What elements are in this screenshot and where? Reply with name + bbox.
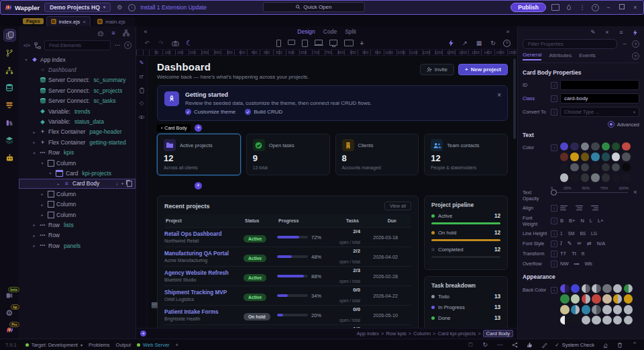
color-swatch[interactable] [612,163,620,171]
add-panel-button[interactable]: + [176,342,178,348]
text-opacity-slider[interactable]: 025%50%75%100% [551,185,629,194]
color-swatch[interactable] [602,163,610,171]
trash-icon[interactable] [616,341,624,349]
line-height-option[interactable]: BS [580,231,586,236]
font-weight-option[interactable]: B [560,218,564,224]
view-mode-tab[interactable]: Split [345,28,356,35]
tree-item[interactable]: ▸ Flex Container page-header ↓ + [19,127,136,137]
kpi-card[interactable]: Team contacts 12 People & stakeholders [424,134,508,175]
insert-before-button[interactable]: + [195,124,202,132]
back-color-swatch[interactable] [602,305,612,314]
filter-properties-input[interactable] [523,39,617,49]
properties-tab[interactable]: Attributes [549,52,572,60]
text-transform-option[interactable]: tt [582,251,584,257]
project-name-link[interactable]: Retail Ops Dashboard [164,231,244,238]
tabs-help-icon[interactable]: ? [632,52,639,60]
back-color-swatch[interactable] [602,294,612,304]
database-icon[interactable] [4,82,15,93]
tree-item[interactable]: ▾ Card kpi-projects ↓ + [19,168,136,178]
grid-toggle-button[interactable]: ▦ [151,300,158,309]
back-color-swatch[interactable] [582,294,591,304]
color-swatch[interactable] [581,152,589,161]
class-input[interactable] [560,93,639,103]
back-color-swatch[interactable] [624,284,633,294]
dark-mode-icon[interactable]: ☾ [185,39,193,47]
pages-badge[interactable]: Pages [23,18,44,24]
tree-item[interactable]: Server Connect: sc_summary ↓ + [19,75,136,85]
banner-check-item[interactable]: ✓ Customize theme [185,109,235,115]
maximize-button[interactable] [618,4,626,11]
back-color-swatch[interactable] [613,305,623,314]
back-color-swatch[interactable] [613,294,623,304]
breadcrumb-item[interactable]: App index [357,331,379,337]
kebab-menu-icon[interactable]: ⋮ [578,3,586,11]
color-swatch[interactable] [581,142,589,150]
color-swatch[interactable] [591,142,599,150]
stack-panel-icon[interactable]: ≡ [617,29,625,37]
back-color-swatch[interactable] [602,284,612,294]
project-name-link[interactable]: Manufacturing QA Portal [164,251,244,257]
visibility-icon[interactable] [138,113,146,121]
table-row[interactable]: Invoice Automation Evergreen Finance Act… [164,324,411,328]
align-left-button[interactable] [560,206,568,210]
back-color-swatch[interactable] [571,305,580,314]
view-mode-tab[interactable]: Design [297,28,315,35]
typography-icon[interactable]: tT [138,73,146,81]
beta-tools-icon[interactable]: beta [4,290,15,301]
color-swatch[interactable] [622,173,630,181]
tree-item[interactable]: ▸ Flex Container getting-started ↓ + [19,137,136,147]
panel-bolt-icon[interactable] [631,29,639,37]
breadcrumb-item[interactable]: Column [413,331,431,337]
expand-arrow-icon[interactable]: ▸ [32,243,37,248]
color-swatch[interactable] [560,152,568,161]
styles-icon[interactable] [4,117,15,128]
expand-arrow-icon[interactable]: ▸ [32,222,37,227]
tree-item[interactable]: ▸ Row lists ↓ + [19,220,136,230]
server-connect-icon[interactable] [4,99,15,111]
overflow-option[interactable]: Wb [584,261,592,267]
file-tab[interactable]: B index.ejs × [46,16,91,26]
undo-icon[interactable]: ↶ [143,39,151,47]
expand-arrow-icon[interactable]: ▸ [40,202,45,207]
selected-element-chip[interactable]: ‹Card Body [157,124,191,132]
help-icon[interactable]: ? [592,4,599,11]
color-swatch[interactable] [560,173,568,181]
feedback-thumb-icon[interactable] [525,341,533,349]
line-height-option[interactable]: LG [591,231,597,236]
breadcrumb-item[interactable]: Row kpis [386,331,406,337]
tree-item[interactable]: Dashboard ↓ + [19,64,136,75]
file-tab[interactable]: B main.ejs × [93,17,135,26]
tree-item[interactable]: ▸ Column ↓ + [19,210,136,220]
project-name-link[interactable]: Agency Website Refresh [164,270,244,277]
back-color-swatch[interactable] [592,316,601,325]
quick-actions-bolt-icon[interactable] [447,39,455,47]
font-weight-option[interactable]: N [580,218,584,224]
pencil-style-icon[interactable]: ✎ [568,240,572,247]
git-icon[interactable] [4,47,15,58]
back-color-swatch[interactable] [571,284,580,294]
expand-arrow-icon[interactable]: ▾ [23,57,29,62]
kpi-card[interactable]: Clients 8 Accounts managed [335,134,419,175]
layout-columns-icon[interactable] [551,3,559,11]
canvas-scrollbar[interactable] [513,58,516,139]
align-right-button[interactable] [591,206,598,210]
banner-close-icon[interactable]: × [497,91,501,99]
back-color-swatch[interactable] [582,316,591,325]
back-color-swatch[interactable] [624,305,633,314]
code-view-icon[interactable]: </> [23,42,31,50]
system-check-button[interactable]: ✓ System Check [555,342,594,348]
breadcrumb-current[interactable]: Card Body [483,330,513,337]
expand-up-icon[interactable]: ⌃ [631,341,639,349]
open-in-code-icon[interactable]: ✎ [589,29,597,37]
more-icon[interactable]: ⋯ [496,341,504,349]
table-row[interactable]: Retail Ops Dashboard Northwind Retail Ac… [164,227,411,247]
gear-icon[interactable]: ⚙ [115,3,123,11]
color-swatch[interactable] [560,142,568,150]
redo-icon[interactable]: ↷ [157,39,165,47]
tree-item[interactable]: ▸ Column ↓ + [19,189,136,199]
project-selector[interactable]: Demo Projects HQ ▾ [44,3,111,12]
tree-item[interactable]: Variable: status_data ↓ + [19,116,136,126]
color-swatch[interactable] [612,152,620,161]
id-input[interactable] [560,80,639,90]
collapse-panel-icon[interactable]: − [621,40,629,48]
